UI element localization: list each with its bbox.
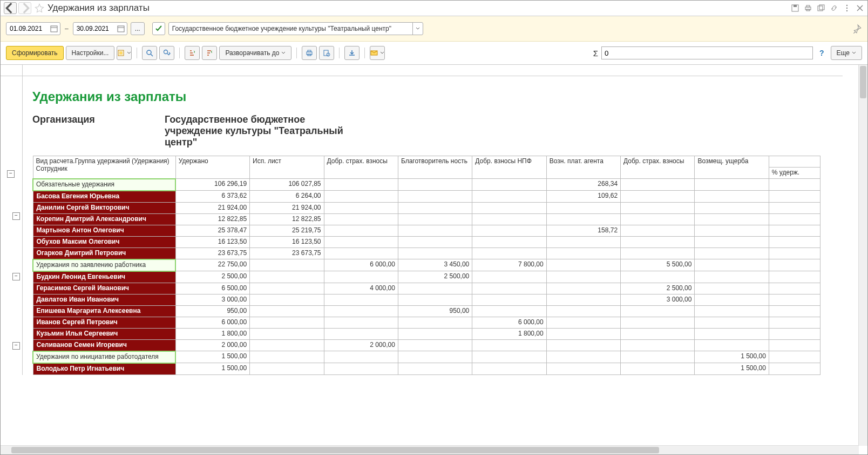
print-icon[interactable] xyxy=(804,4,812,12)
svg-rect-3 xyxy=(806,5,810,7)
run-button[interactable]: Сформировать xyxy=(6,46,64,60)
col-head: Возн. плат. агента xyxy=(546,156,620,179)
svg-point-7 xyxy=(846,5,847,6)
calendar-icon[interactable] xyxy=(50,25,58,32)
app-window: Удержания из зарплаты – ... Государствен… xyxy=(0,0,868,455)
col-head: Удержано xyxy=(175,156,249,179)
date-to-field[interactable] xyxy=(76,24,116,33)
save-button[interactable] xyxy=(344,46,360,60)
outline-gutter: − − − − xyxy=(1,76,23,375)
org-checkbox[interactable] xyxy=(152,22,165,35)
group-row[interactable]: Обязательные удержания106 296,19106 027,… xyxy=(33,179,820,191)
svg-rect-13 xyxy=(119,51,123,55)
more-icon[interactable] xyxy=(843,4,851,12)
close-icon[interactable] xyxy=(856,4,864,12)
link-icon[interactable] xyxy=(830,4,838,12)
back-button[interactable] xyxy=(4,2,17,14)
params-bar: – ... Государственное бюджетное учрежден… xyxy=(1,16,867,42)
date-from-input[interactable] xyxy=(6,22,60,35)
save-icon[interactable] xyxy=(791,4,799,12)
employee-row[interactable]: Басова Евгения Юрьевна6 373,626 264,0010… xyxy=(33,191,820,203)
variants-button[interactable] xyxy=(117,46,132,60)
svg-point-9 xyxy=(846,10,847,11)
forward-button[interactable] xyxy=(18,2,31,14)
org-label: Организация xyxy=(32,114,165,148)
find-button[interactable] xyxy=(142,46,157,60)
expand-to-button[interactable]: Разворачивать до xyxy=(219,46,291,60)
print-button[interactable] xyxy=(302,46,317,60)
report-area: − − − − Удержания из зарплаты Организаци… xyxy=(1,65,867,454)
settings-button[interactable]: Настройки... xyxy=(66,46,115,60)
col-head: Возмещ. ущерба xyxy=(695,156,769,179)
collapse-all-button[interactable] xyxy=(202,46,217,60)
col-head-main: Вид расчета.Группа удержаний (Удержания)… xyxy=(33,156,175,179)
collapse-toggle[interactable]: − xyxy=(12,212,20,220)
col-head: Добр. страх. взносы xyxy=(621,156,695,179)
horizontal-scrollbar[interactable] xyxy=(1,445,859,454)
pin-icon[interactable] xyxy=(852,24,862,34)
employee-row[interactable]: Давлатов Иван Иванович3 000,003 000,00 xyxy=(33,294,820,305)
employee-row[interactable]: Епишева Маргарита Алексеевна950,00950,00 xyxy=(33,305,820,317)
report-content: Удержания из зарплаты Организация Госуда… xyxy=(23,76,843,375)
svg-rect-11 xyxy=(118,26,124,32)
collapse-toggle[interactable]: − xyxy=(7,170,15,178)
date-from-field[interactable] xyxy=(9,24,49,33)
vertical-scrollbar[interactable] xyxy=(858,65,867,446)
date-to-input[interactable] xyxy=(73,22,127,35)
employee-row[interactable]: Мартынов Антон Олегович25 378,4725 219,7… xyxy=(33,225,820,236)
report-table: Вид расчета.Группа удержаний (Удержания)… xyxy=(32,156,820,375)
svg-point-15 xyxy=(164,50,168,54)
dropdown-icon[interactable] xyxy=(412,23,423,35)
group-row[interactable]: Удержания по инициативе работодателя1 50… xyxy=(33,351,820,363)
employee-row[interactable]: Огарков Дмитрий Петрович23 673,7523 673,… xyxy=(33,247,820,259)
collapse-toggle[interactable]: − xyxy=(12,273,20,280)
employee-row[interactable]: Селиванов Семен Игоревич2 000,002 000,00 xyxy=(33,339,820,351)
svg-rect-6 xyxy=(819,5,824,10)
org-value-report: Государственное бюджетное учреждение кул… xyxy=(165,114,364,148)
sigma-label: Σ xyxy=(593,49,598,58)
employee-row[interactable]: Данилин Сергей Викторович21 924,0021 924… xyxy=(33,202,820,213)
col-head: Добр. страх. взносы xyxy=(324,156,398,179)
svg-rect-17 xyxy=(308,50,311,52)
org-value: Государственное бюджетное учреждение кул… xyxy=(169,25,412,32)
col-head: Благотворитель ность xyxy=(398,156,472,179)
period-picker-button[interactable]: ... xyxy=(131,22,145,35)
find-next-button[interactable] xyxy=(159,46,174,60)
employee-row[interactable]: Герасимов Сергей Иванович6 500,004 000,0… xyxy=(33,283,820,294)
more-button[interactable]: Еще xyxy=(831,46,862,60)
calendar-icon[interactable] xyxy=(117,25,125,32)
preview-button[interactable] xyxy=(319,46,334,60)
titlebar: Удержания из зарплаты xyxy=(1,1,867,16)
col-head: Исп. лист xyxy=(250,156,324,179)
email-button[interactable] xyxy=(370,46,385,60)
favorite-icon[interactable] xyxy=(35,3,44,13)
group-row[interactable]: Удержания по заявлению работника22 750,0… xyxy=(33,259,820,271)
employee-row[interactable]: Кузьмин Илья Сергеевич1 800,001 800,00 xyxy=(33,328,820,339)
ruler-top xyxy=(1,65,843,76)
toolbar: Сформировать Настройки... Разворачивать … xyxy=(1,42,867,65)
svg-point-14 xyxy=(147,50,151,55)
date-dash: – xyxy=(65,25,69,32)
svg-rect-10 xyxy=(51,26,57,32)
report-title: Удержания из зарплаты xyxy=(32,89,843,104)
window-title: Удержания из зарплаты xyxy=(48,3,150,14)
org-select[interactable]: Государственное бюджетное учреждение кул… xyxy=(168,22,423,35)
col-head-blank xyxy=(769,156,820,168)
new-window-icon[interactable] xyxy=(817,4,825,12)
sum-input[interactable] xyxy=(601,46,813,59)
col-head: % удерж. xyxy=(769,168,820,179)
employee-row[interactable]: Обухов Максим Олегович16 123,5016 123,50 xyxy=(33,236,820,247)
employee-row[interactable]: Будкин Леонид Евгеньевич2 500,002 500,00 xyxy=(33,271,820,283)
employee-row[interactable]: Володько Петр Игнатьевич1 500,001 500,00 xyxy=(33,363,820,375)
svg-rect-5 xyxy=(818,6,823,11)
help-button[interactable]: ? xyxy=(819,49,824,57)
col-head: Добр. взносы НПФ xyxy=(472,156,546,179)
svg-point-8 xyxy=(846,8,847,9)
employee-row[interactable]: Иванов Сергей Петрович6 000,006 000,00 xyxy=(33,317,820,328)
expand-all-button[interactable] xyxy=(185,46,200,60)
svg-rect-1 xyxy=(794,5,797,7)
employee-row[interactable]: Корепин Дмитрий Александрович12 822,8512… xyxy=(33,213,820,225)
collapse-toggle[interactable]: − xyxy=(12,342,20,350)
